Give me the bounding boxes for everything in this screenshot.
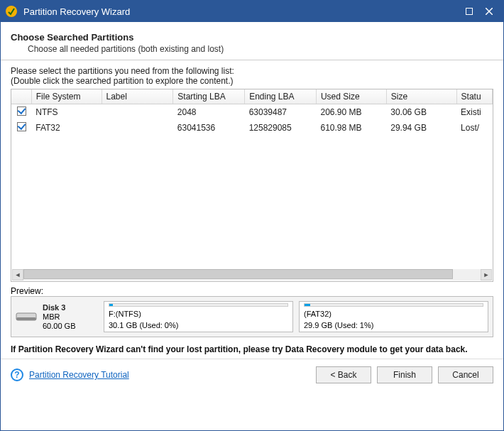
tutorial-link[interactable]: Partition Recovery Tutorial: [29, 370, 129, 380]
horizontal-scrollbar[interactable]: ◄ ►: [12, 269, 492, 280]
partition-table[interactable]: File System Label Starting LBA Ending LB…: [11, 89, 493, 282]
row-checkbox[interactable]: [17, 107, 26, 116]
cell-label: [102, 104, 173, 121]
col-check[interactable]: [11, 89, 31, 104]
scroll-thumb[interactable]: [23, 269, 453, 279]
finish-button[interactable]: Finish: [377, 366, 432, 383]
disk-size: 60.00 GB: [43, 322, 75, 331]
svg-rect-1: [466, 9, 473, 15]
cell-used: 206.90 MB: [316, 104, 386, 121]
back-button[interactable]: < Back: [316, 366, 371, 383]
preview-panel: Disk 3 MBR 60.00 GB F:(NTFS) 30.1 GB (Us…: [11, 296, 493, 337]
scroll-right-arrow[interactable]: ►: [481, 269, 492, 280]
col-label[interactable]: Label: [102, 89, 173, 104]
row-checkbox[interactable]: [17, 122, 26, 131]
col-used-size[interactable]: Used Size: [316, 89, 386, 104]
col-starting-lba[interactable]: Starting LBA: [173, 89, 245, 104]
disk-name: Disk 3: [43, 303, 75, 312]
cell-label: [102, 120, 173, 136]
usage-bar: [304, 303, 483, 307]
cell-size: 30.06 GB: [386, 104, 456, 121]
usage-bar: [109, 303, 288, 307]
partition-title: F:(NTFS): [109, 310, 288, 319]
col-size[interactable]: Size: [386, 89, 456, 104]
app-icon: [5, 5, 18, 18]
table-row[interactable]: FAT32 63041536 125829085 610.98 MB 29.94…: [11, 120, 493, 136]
partition-detail: 30.1 GB (Used: 0%): [109, 321, 288, 330]
partition-detail: 29.9 GB (Used: 1%): [304, 321, 483, 330]
notice-text: If Partition Recovery Wizard can't find …: [11, 344, 493, 354]
help-icon[interactable]: ?: [11, 369, 23, 381]
col-ending-lba[interactable]: Ending LBA: [245, 89, 317, 104]
table-header-row: File System Label Starting LBA Ending LB…: [11, 89, 493, 104]
footer: ? Partition Recovery Tutorial < Back Fin…: [1, 359, 503, 392]
cell-status: Existi: [456, 104, 492, 121]
col-filesystem[interactable]: File System: [31, 89, 102, 104]
cell-used: 610.98 MB: [316, 120, 386, 136]
titlebar[interactable]: Partition Recovery Wizard: [1, 1, 503, 22]
instruction-line-2: (Double click the searched partition to …: [11, 76, 493, 86]
cell-fs: NTFS: [31, 104, 102, 121]
close-button[interactable]: [479, 1, 499, 22]
page-subheading: Choose all needed partitions (both exist…: [28, 44, 493, 54]
cell-end-lba: 125829085: [245, 120, 317, 136]
maximize-button[interactable]: [459, 1, 479, 22]
col-status[interactable]: Statu: [456, 89, 492, 104]
window-title: Partition Recovery Wizard: [23, 6, 459, 17]
svg-point-0: [6, 6, 17, 17]
cell-size: 29.94 GB: [386, 120, 456, 136]
disk-icon: [16, 310, 37, 323]
cell-start-lba: 63041536: [173, 120, 245, 136]
partition-title: (FAT32): [304, 310, 483, 319]
preview-label: Preview:: [11, 286, 493, 296]
cell-fs: FAT32: [31, 120, 102, 136]
cell-start-lba: 2048: [173, 104, 245, 121]
cell-end-lba: 63039487: [245, 104, 317, 121]
scroll-left-arrow[interactable]: ◄: [12, 269, 23, 280]
page-heading: Choose Searched Partitions: [11, 32, 493, 43]
scroll-track[interactable]: [23, 269, 481, 280]
cancel-button[interactable]: Cancel: [438, 366, 493, 383]
disk-summary: Disk 3 MBR 60.00 GB: [16, 303, 98, 331]
svg-rect-5: [16, 317, 36, 320]
preview-partition[interactable]: (FAT32) 29.9 GB (Used: 1%): [299, 301, 488, 332]
instruction-line-1: Please select the partitions you need fr…: [11, 66, 493, 76]
table-row[interactable]: NTFS 2048 63039487 206.90 MB 30.06 GB Ex…: [11, 104, 493, 121]
divider: [1, 60, 503, 60]
cell-status: Lost/: [456, 120, 492, 136]
preview-partition[interactable]: F:(NTFS) 30.1 GB (Used: 0%): [104, 301, 293, 332]
disk-type: MBR: [43, 312, 75, 322]
